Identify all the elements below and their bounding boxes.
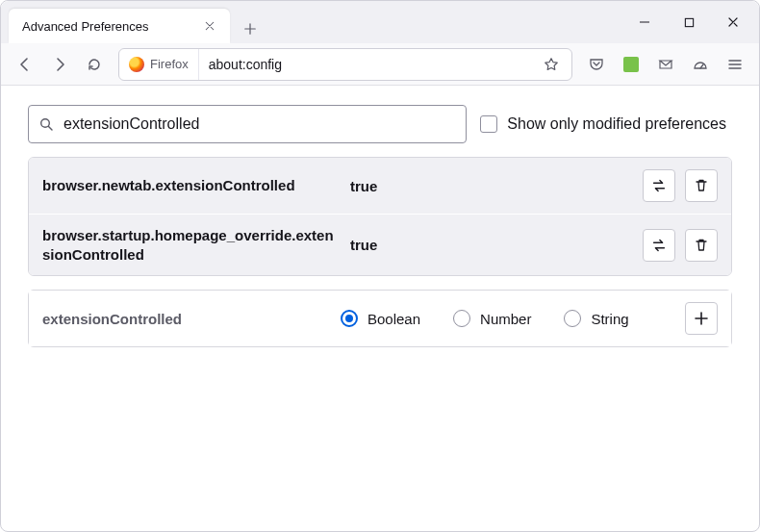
firefox-icon <box>129 57 144 72</box>
swap-icon <box>650 177 668 194</box>
preferences-table: browser.newtab.extensionControlled true … <box>28 157 732 276</box>
search-row: Show only modified preferences <box>11 105 749 157</box>
add-button[interactable] <box>685 302 718 335</box>
plus-icon <box>694 311 709 326</box>
window-maximize-button[interactable] <box>667 1 711 43</box>
toolbar-extras <box>580 48 751 81</box>
navigation-toolbar: Firefox about:config <box>1 43 759 86</box>
type-option-number[interactable]: Number <box>453 310 531 327</box>
window-controls <box>622 1 755 43</box>
close-tab-button[interactable] <box>199 15 220 37</box>
search-icon <box>38 116 54 132</box>
swap-icon <box>650 237 668 254</box>
trash-icon <box>694 178 709 193</box>
preference-name: browser.startup.homepage_override.extens… <box>42 226 341 264</box>
preference-row: browser.newtab.extensionControlled true <box>29 158 731 215</box>
show-modified-toggle[interactable]: Show only modified preferences <box>480 115 732 133</box>
delete-button[interactable] <box>685 169 718 202</box>
search-input[interactable] <box>63 115 456 133</box>
radio-number-label: Number <box>480 311 531 327</box>
pocket-button[interactable] <box>580 48 613 81</box>
delete-button[interactable] <box>685 229 718 262</box>
type-options: Boolean Number String <box>341 310 675 327</box>
radio-string-label: String <box>591 311 628 327</box>
site-identity[interactable]: Firefox <box>119 49 199 80</box>
identity-label: Firefox <box>150 57 189 71</box>
toggle-button[interactable] <box>643 229 675 262</box>
svg-rect-0 <box>685 18 693 26</box>
about-config-page: Show only modified preferences browser.n… <box>1 86 759 347</box>
window-titlebar: Advanced Preferences <box>1 1 759 43</box>
dashboard-icon[interactable] <box>684 48 717 81</box>
type-option-string[interactable]: String <box>564 310 628 327</box>
window-close-button[interactable] <box>711 1 755 43</box>
new-tab-button[interactable] <box>236 14 265 43</box>
show-modified-checkbox[interactable] <box>480 115 497 133</box>
back-button[interactable] <box>9 48 41 81</box>
show-modified-label: Show only modified preferences <box>507 115 726 133</box>
window-minimize-button[interactable] <box>622 1 667 43</box>
extension-icon[interactable] <box>615 48 647 81</box>
trash-icon <box>694 238 709 253</box>
preference-name: browser.newtab.extensionControlled <box>42 176 341 195</box>
tab-strip: Advanced Preferences <box>5 1 622 43</box>
forward-button[interactable] <box>43 48 76 81</box>
address-bar[interactable]: Firefox about:config <box>118 48 572 81</box>
tab-title: Advanced Preferences <box>22 19 199 34</box>
new-preference-name: extensionControlled <box>42 311 331 327</box>
green-extension-icon <box>623 57 639 72</box>
url-text[interactable]: about:config <box>199 57 537 72</box>
preference-value: true <box>350 237 633 253</box>
search-box[interactable] <box>28 105 467 143</box>
radio-boolean[interactable] <box>341 310 358 327</box>
preference-value: true <box>350 178 633 194</box>
type-option-boolean[interactable]: Boolean <box>341 310 420 327</box>
app-menu-button[interactable] <box>719 48 751 81</box>
inbox-icon[interactable] <box>649 48 682 81</box>
radio-number[interactable] <box>453 310 470 327</box>
bookmark-star-button[interactable] <box>537 50 566 79</box>
reload-button[interactable] <box>78 48 111 81</box>
radio-boolean-label: Boolean <box>367 311 420 327</box>
add-preference-section: extensionControlled Boolean Number Strin… <box>28 290 732 347</box>
add-preference-row: extensionControlled Boolean Number Strin… <box>29 291 731 346</box>
radio-string[interactable] <box>564 310 581 327</box>
toggle-button[interactable] <box>643 169 675 202</box>
browser-tab[interactable]: Advanced Preferences <box>9 9 230 43</box>
preference-row: browser.startup.homepage_override.extens… <box>29 215 731 275</box>
